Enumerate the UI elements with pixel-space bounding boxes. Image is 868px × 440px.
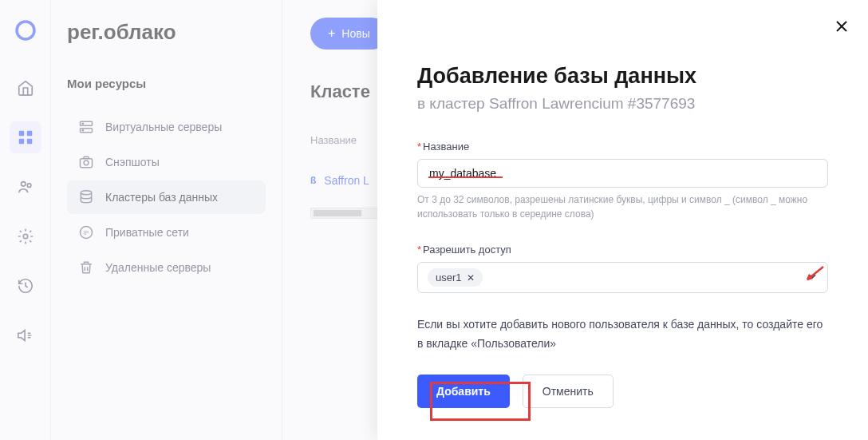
close-icon[interactable] [834,19,849,37]
sidebar-item-virtual-servers[interactable]: Виртуальные серверы [67,110,266,144]
rail-history-icon[interactable] [10,270,41,302]
svg-point-5 [21,182,26,187]
svg-rect-1 [18,131,23,136]
input-highlight [428,176,503,178]
chevron-down-icon[interactable] [807,271,818,285]
svg-text:IP: IP [84,230,89,236]
rail-grid-icon[interactable] [10,121,41,153]
name-label: *Название [417,141,828,153]
svg-point-13 [84,161,89,165]
sidebar-title: Мои ресурсы [67,77,266,90]
access-select[interactable]: user1 ✕ [417,262,828,293]
sidebar-item-deleted-servers[interactable]: Удаленные серверы [67,251,266,284]
chip-remove-icon[interactable]: ✕ [467,272,475,283]
trash-icon [78,260,94,275]
name-field: *Название От 3 до 32 символов, разрешены… [417,141,828,221]
add-database-modal: Добавление базы данных в кластер Saffron… [377,0,868,440]
submit-button[interactable]: Добавить [417,375,510,408]
svg-rect-2 [26,131,31,136]
sidebar-item-db-clusters[interactable]: Кластеры баз данных [67,180,266,214]
access-label: *Разрешить доступ [417,244,828,256]
svg-rect-4 [26,139,31,144]
network-icon: IP [78,224,94,240]
sidebar-item-label: Приватные сети [105,226,189,239]
rail-sound-icon[interactable] [10,319,41,351]
modal-subtitle: в кластер Saffron Lawrencium #3577693 [417,95,828,113]
rail-users-icon[interactable] [10,171,41,203]
modal-title: Добавление базы данных [417,64,828,89]
sidebar-item-label: Удаленные серверы [105,261,211,274]
sidebar-item-snapshots[interactable]: Снэпшоты [67,145,266,179]
user-chip: user1 ✕ [428,268,483,287]
sidebar-item-private-networks[interactable]: IP Приватные сети [67,216,266,249]
svg-rect-3 [18,139,23,144]
svg-point-14 [81,191,91,195]
database-icon [78,189,94,205]
name-hint: От 3 до 32 символов, разрешены латинские… [417,192,828,221]
server-icon [78,119,94,135]
sidebar-item-label: Кластеры баз данных [105,191,218,204]
beta-badge: ß [310,175,316,186]
cancel-button[interactable]: Отменить [523,375,614,408]
brand-name: рег.облако [67,20,266,45]
row-name: Saffron L [324,174,369,187]
scrollbar-thumb[interactable] [314,210,361,216]
svg-point-11 [82,130,83,131]
svg-point-10 [82,123,83,124]
plus-icon: + [328,26,335,41]
camera-icon [78,154,94,170]
button-row: Добавить Отменить [417,375,828,408]
sidebar-item-label: Снэпшоты [105,156,160,168]
sidebar: рег.облако Мои ресурсы Виртуальные серве… [51,0,282,440]
svg-point-6 [27,184,31,188]
icon-rail [0,0,51,440]
new-button[interactable]: + Новы [310,18,388,50]
svg-point-7 [23,234,28,239]
sidebar-item-label: Виртуальные серверы [105,121,222,133]
info-text: Если вы хотите добавить нового пользоват… [417,315,828,354]
rail-home-icon[interactable] [10,72,41,104]
rail-settings-icon[interactable] [10,220,41,252]
chip-label: user1 [436,272,462,283]
access-field: *Разрешить доступ user1 ✕ [417,244,828,293]
new-button-label: Новы [341,27,369,40]
logo-icon [13,18,38,43]
